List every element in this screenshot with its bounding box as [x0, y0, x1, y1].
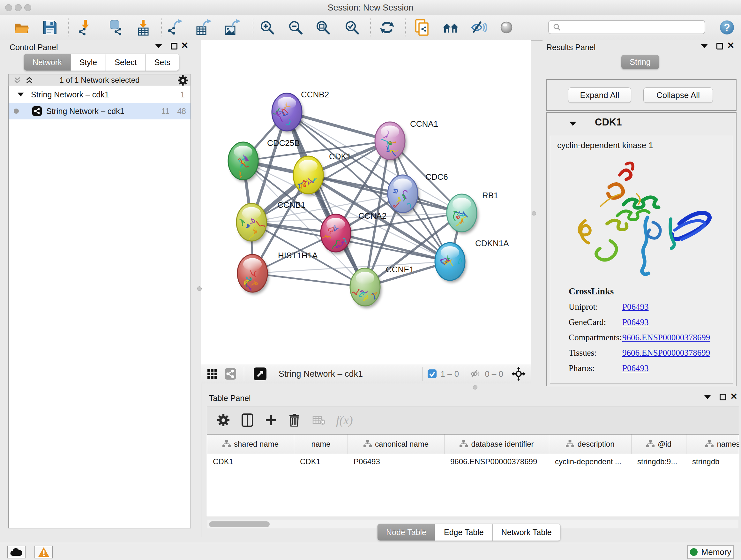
export-table-icon[interactable]	[195, 19, 212, 36]
results-panel-close-icon[interactable]: ✕	[727, 42, 734, 49]
expand-all-icon[interactable]	[25, 76, 33, 84]
table-cell[interactable]: CDK1	[207, 457, 294, 466]
node-CDKN1A[interactable]: CDKN1A	[435, 239, 509, 280]
zoom-selected-icon[interactable]	[344, 19, 360, 36]
table-cell[interactable]: stringdb	[686, 457, 739, 466]
node-table[interactable]: shared namenamecanonical namedatabase id…	[207, 434, 739, 516]
fit-content-crosshair-icon[interactable]	[512, 367, 526, 381]
cloud-button[interactable]	[7, 546, 25, 558]
show-columns-icon[interactable]	[242, 414, 253, 427]
tab-node-table[interactable]: Node Table	[377, 523, 435, 541]
node-HIST1H1A[interactable]: HIST1H1A	[238, 251, 318, 295]
export-image-icon[interactable]	[223, 19, 240, 36]
import-table-file-icon[interactable]	[135, 19, 151, 36]
zoom-in-icon[interactable]	[259, 19, 275, 36]
column-header-namespace[interactable]: namespace	[686, 435, 739, 454]
save-session-icon[interactable]	[42, 19, 58, 36]
search-input[interactable]	[561, 22, 696, 32]
node-CCNA1[interactable]: CCNA1	[375, 119, 438, 160]
memory-status-dot	[690, 548, 697, 556]
gene-collapse-icon[interactable]	[569, 122, 576, 126]
bottom-splitter-handle[interactable]	[473, 385, 477, 389]
tab-network[interactable]: Network	[23, 54, 71, 71]
network-graph[interactable]: CCNB2CCNA1CDC25BCDK1CDC6RB1CCNB1CCNA2CDK…	[202, 43, 531, 364]
table-panel-close-icon[interactable]: ✕	[730, 393, 738, 400]
network-status-bar: String Network – cdk1 1 – 0 0 – 0	[201, 364, 531, 383]
table-row[interactable]: CDK1CDK1P064939606.ENSP00000378699cyclin…	[207, 454, 739, 469]
delete-column-icon[interactable]	[289, 414, 300, 427]
help-icon[interactable]: ?	[719, 19, 735, 36]
birds-eye-grid-icon[interactable]	[207, 368, 218, 379]
column-header-canonical-name[interactable]: canonical name	[348, 435, 445, 454]
tab-sets[interactable]: Sets	[146, 54, 179, 71]
table-cell[interactable]: cyclin-dependent ...	[549, 457, 631, 466]
table-panel-float-icon[interactable]	[720, 394, 726, 400]
tab-network-table[interactable]: Network Table	[493, 523, 561, 541]
tab-edge-table[interactable]: Edge Table	[435, 523, 493, 541]
crosslink-link[interactable]: 9606.ENSP00000378699	[622, 333, 710, 343]
right-splitter-handle[interactable]	[532, 211, 536, 215]
table-cell[interactable]: 9606.ENSP00000378699	[445, 457, 549, 466]
import-network-file-icon[interactable]	[77, 19, 93, 36]
network-collection-row[interactable]: String Network – cdk1 1	[9, 86, 191, 103]
results-panel-menu-icon[interactable]	[701, 44, 708, 48]
table-panel-menu-icon[interactable]	[704, 395, 711, 399]
column-label: description	[577, 440, 614, 449]
collapse-all-button[interactable]: Collapse All	[643, 87, 713, 103]
add-column-icon[interactable]	[265, 415, 277, 426]
control-panel-menu-icon[interactable]	[155, 44, 162, 48]
warnings-button[interactable]	[35, 546, 53, 558]
scrollbar-thumb[interactable]	[209, 521, 270, 527]
table-cell[interactable]: CDK1	[294, 457, 348, 466]
statusbar-separator	[464, 367, 464, 381]
table-options-gear-icon[interactable]	[217, 414, 229, 426]
node-CCNE1[interactable]: CCNE1	[350, 265, 414, 306]
import-network-database-icon[interactable]	[107, 19, 124, 36]
search-field[interactable]	[548, 20, 705, 34]
show-all-icon[interactable]	[498, 19, 515, 36]
network-row[interactable]: String Network – cdk1 11 48	[9, 103, 191, 119]
table-cell[interactable]: stringdb:9...	[631, 457, 686, 466]
results-panel-float-icon[interactable]	[717, 43, 723, 50]
zoom-out-icon[interactable]	[287, 19, 304, 36]
crosslink-link[interactable]: P06493	[622, 363, 649, 373]
column-header-shared-name[interactable]: shared name	[207, 435, 294, 454]
crosslink-link[interactable]: 9606.ENSP00000378699	[622, 348, 710, 358]
tab-select[interactable]: Select	[106, 54, 145, 71]
crosslink-link[interactable]: P06493	[622, 302, 649, 312]
memory-button[interactable]: Memory	[687, 545, 734, 559]
control-panel-float-icon[interactable]	[171, 43, 178, 50]
expand-all-button[interactable]: Expand All	[568, 87, 631, 103]
selected-checkbox-icon[interactable]	[428, 369, 436, 378]
refresh-view-icon[interactable]	[379, 19, 395, 36]
string-statusbar-icon[interactable]	[225, 368, 236, 380]
node-CCNA2[interactable]: CCNA2	[321, 211, 387, 252]
protein-structure-image	[569, 155, 713, 280]
home-icon[interactable]	[442, 19, 459, 36]
crosslink-link[interactable]: P06493	[622, 317, 649, 327]
node-CDK1[interactable]: CDK1	[293, 152, 351, 194]
network-options-gear-icon[interactable]	[178, 75, 188, 85]
node-RB1[interactable]: RB1	[447, 191, 498, 232]
node-CDC25B[interactable]: CDC25B	[228, 138, 300, 183]
edge-CCNE1-HIST1H1A[interactable]	[253, 273, 365, 287]
control-panel-close-icon[interactable]: ✕	[181, 42, 188, 49]
tab-string[interactable]: String	[621, 55, 659, 69]
open-session-icon[interactable]	[13, 19, 30, 36]
hidden-eye-icon[interactable]	[469, 368, 481, 379]
zoom-fit-icon[interactable]	[315, 19, 331, 36]
column-header-name[interactable]: name	[294, 435, 348, 454]
gene-symbol: CDK1	[595, 117, 622, 128]
tab-style[interactable]: Style	[71, 54, 106, 71]
open-in-window-icon[interactable]	[254, 368, 266, 380]
network-node-count: 11	[161, 107, 170, 116]
column-header-database-identifier[interactable]: database identifier	[445, 435, 549, 454]
clone-network-icon[interactable]	[414, 19, 430, 36]
collapse-all-icon[interactable]	[13, 76, 21, 84]
left-splitter-handle[interactable]	[197, 287, 202, 291]
hide-selected-icon[interactable]	[470, 19, 487, 36]
table-cell[interactable]: P06493	[348, 457, 445, 466]
column-header-@id[interactable]: @id	[631, 435, 686, 454]
column-header-description[interactable]: description	[549, 435, 631, 454]
export-network-icon[interactable]	[166, 19, 183, 36]
